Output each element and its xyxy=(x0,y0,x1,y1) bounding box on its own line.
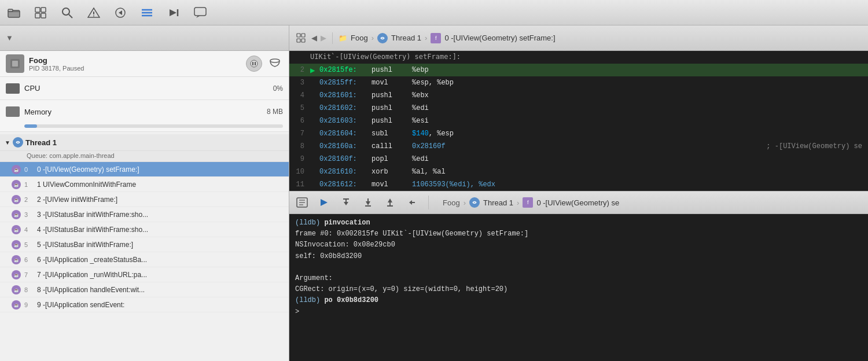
frame-item[interactable]: ☕ 5 5 -[UIStatusBar initWithFrame:] xyxy=(0,237,289,252)
disasm-line[interactable]: 3 0x2815ff: movl %esp, %ebp xyxy=(289,76,868,89)
disasm-operand: 11063593(%edi), %edx xyxy=(412,181,868,189)
disasm-addr: 0x2815ff: xyxy=(319,79,372,87)
frame-num: 5 xyxy=(24,241,34,248)
frame-num: 7 xyxy=(24,271,34,278)
frame-list: ☕ 0 0 -[UIView(Geometry) setFrame:] ☕ 1 … xyxy=(0,162,289,312)
disasm-line[interactable]: 2 ▶ 0x2815fe: pushl %ebp xyxy=(289,64,868,76)
frame-label: 8 -[UIApplication handleEvent:wit... xyxy=(37,286,145,294)
disasm-line[interactable]: 11 0x281612: movl 11063593(%edi), %edx xyxy=(289,178,868,191)
stack-icon[interactable] xyxy=(267,56,283,72)
main-area: ▼ Foog PID 38178, Paused xyxy=(0,25,868,361)
disasm-line[interactable]: 9 0x28160f: popl %edi xyxy=(289,153,868,165)
frame-icon: ☕ xyxy=(12,240,21,249)
folder-icon[interactable] xyxy=(6,5,22,21)
grid-icon[interactable] xyxy=(32,5,49,21)
process-icon xyxy=(6,54,24,73)
process-actions xyxy=(246,56,283,72)
memory-bar xyxy=(24,124,283,128)
debug-frame: 0 -[UIView(Geometry) se xyxy=(536,198,619,207)
disasm-line[interactable]: 10 0x281610: xorb %al, %al xyxy=(289,165,868,178)
frame-icon: ☕ xyxy=(12,300,21,310)
disasm-line[interactable]: 5 0x281602: pushl %edi xyxy=(289,102,868,115)
breadcrumb-app: Foog xyxy=(351,34,368,42)
forward-nav-icon[interactable]: ▶ xyxy=(321,34,326,42)
frame-item[interactable]: ☕ 8 8 -[UIApplication handleEvent:wit... xyxy=(0,282,289,297)
console-line: NSInvocation: 0x08e29cb0 xyxy=(295,240,862,251)
disasm-line[interactable]: 6 0x281603: pushl %esi xyxy=(289,115,868,127)
show-vars-icon[interactable] xyxy=(294,194,310,211)
step-into-icon[interactable] xyxy=(360,194,376,211)
breadcrumb-sep1: › xyxy=(372,34,374,42)
frame-item[interactable]: ☕ 2 2 -[UIView initWithFrame:] xyxy=(0,192,289,207)
svg-marker-65 xyxy=(409,200,412,205)
disasm-operand: 0x28160f xyxy=(412,142,755,150)
disasm-addr: 0x281601: xyxy=(319,91,372,100)
cpu-label: CPU xyxy=(24,84,40,93)
disasm-operand: %ebp xyxy=(412,66,868,74)
frame-item[interactable]: ☕ 0 0 -[UIView(Geometry) setFrame:] xyxy=(0,162,289,177)
line-num: 4 xyxy=(289,91,310,100)
step-continue-icon[interactable] xyxy=(316,194,332,211)
grid-view-icon[interactable] xyxy=(295,32,308,45)
frame-num: 4 xyxy=(24,226,34,233)
svg-marker-55 xyxy=(321,199,328,206)
console-line xyxy=(295,262,862,273)
warning-icon[interactable] xyxy=(86,5,102,21)
disasm-operand: %edi xyxy=(412,104,868,112)
process-subtitle: PID 38178, Paused xyxy=(29,65,84,72)
line-num: 10 xyxy=(289,168,310,176)
svg-rect-46 xyxy=(297,34,300,37)
memory-row: Memory 8 MB xyxy=(0,100,289,123)
breadcrumb-sep2: › xyxy=(425,34,427,42)
svg-text:☕: ☕ xyxy=(14,182,19,187)
console-view[interactable]: (lldb) pinvocationframe #0: 0x002815fe U… xyxy=(289,214,868,361)
frame-icon: ☕ xyxy=(12,195,21,204)
disasm-line[interactable]: 4 0x281601: pushl %ebx xyxy=(289,89,868,102)
debug-sep1: › xyxy=(464,198,466,207)
disasm-operand: %esp, %ebp xyxy=(412,79,868,87)
step-out-icon[interactable] xyxy=(382,194,398,211)
speech-bubble-icon[interactable] xyxy=(192,5,208,21)
thread-expand-arrow[interactable]: ▼ xyxy=(5,139,10,146)
svg-text:☕: ☕ xyxy=(14,257,19,263)
thread-header: ▼ Thread 1 xyxy=(0,134,289,151)
breadcrumb-separator1 xyxy=(332,32,333,44)
frame-item[interactable]: ☕ 9 9 -[UIApplication sendEvent: xyxy=(0,297,289,312)
frame-icon: ☕ xyxy=(12,180,21,189)
frame-icon: ☕ xyxy=(12,165,21,174)
svg-rect-4 xyxy=(35,13,40,18)
frame-icon: ☕ xyxy=(12,270,21,279)
console-output: NSInvocation: 0x08e29cb0 xyxy=(295,241,395,249)
svg-point-10 xyxy=(93,15,94,16)
frame-num: 6 xyxy=(24,256,34,263)
frame-item[interactable]: ☕ 7 7 -[UIApplication _runWithURL:pa... xyxy=(0,267,289,282)
svg-rect-3 xyxy=(41,8,46,12)
cpu-icon xyxy=(6,83,20,94)
svg-line-7 xyxy=(69,14,72,18)
pause-icon[interactable] xyxy=(246,56,262,72)
back-icon[interactable] xyxy=(112,5,128,21)
line-num: 3 xyxy=(289,79,310,87)
frame-item[interactable]: ☕ 4 4 -[UIStatusBar initWithFrame:sho... xyxy=(0,222,289,237)
disasm-line[interactable]: 8 0x28160a: calll 0x28160f ; -[UIView(Ge… xyxy=(289,140,868,153)
line-num: 6 xyxy=(289,117,310,125)
back-nav-icon[interactable]: ◀ xyxy=(311,34,317,42)
step-forward-icon[interactable] xyxy=(165,5,182,21)
frame-label: 2 -[UIView initWithFrame:] xyxy=(37,196,117,204)
disasm-operand: %edi xyxy=(412,155,868,163)
search-icon[interactable] xyxy=(59,5,75,21)
console-output: Argument: xyxy=(295,274,333,282)
frame-num: 0 xyxy=(24,166,34,173)
memory-bar-fill xyxy=(24,124,37,128)
frame-item[interactable]: ☕ 6 6 -[UIApplication _createStatusBa... xyxy=(0,252,289,267)
step-over-icon[interactable] xyxy=(338,194,354,211)
svg-text:☕: ☕ xyxy=(14,197,19,202)
frame-item[interactable]: ☕ 3 3 -[UIStatusBar initWithFrame:sho... xyxy=(0,207,289,222)
current-arrow: ▶ xyxy=(310,65,319,75)
disasm-line[interactable]: 7 0x281604: subl $140, %esp xyxy=(289,127,868,140)
list-lines-icon[interactable] xyxy=(139,5,155,21)
frame-item[interactable]: ☕ 1 1 UIViewCommonInitWithFrame xyxy=(0,177,289,192)
disasm-addr: 0x28160f: xyxy=(319,155,372,163)
return-icon[interactable] xyxy=(404,194,420,211)
disasm-view[interactable]: UIKit`-[UIView(Geometry) setFrame:]: 2 ▶… xyxy=(289,51,868,191)
